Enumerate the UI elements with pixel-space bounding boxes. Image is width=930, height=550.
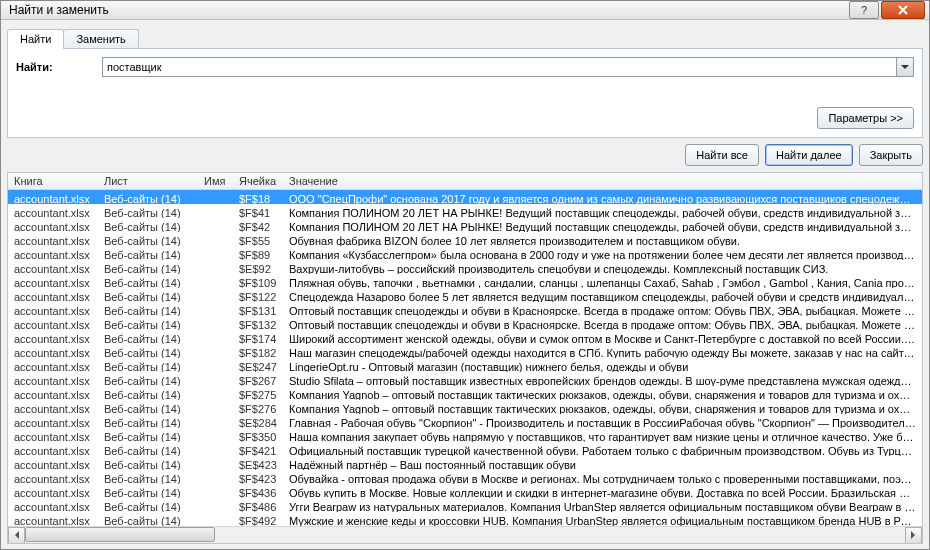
table-row[interactable]: accountant.xlsxВеб-сайты (14)$E$92Вахруш…: [8, 260, 922, 274]
cell-name: [198, 344, 233, 358]
cell-book: accountant.xlsx: [8, 330, 98, 344]
cell-value: Широкий ассортимент женской одежды, обув…: [283, 330, 922, 344]
cell-name: [198, 484, 233, 498]
cell-book: accountant.xlsx: [8, 442, 98, 456]
table-row[interactable]: accountant.xlsxВеб-сайты (14)$F$131Оптов…: [8, 302, 922, 316]
table-row[interactable]: accountant.xlsxВеб-сайты (14)$F$350Наша …: [8, 428, 922, 442]
table-row[interactable]: accountant.xlsxВеб-сайты (14)$E$247Linge…: [8, 358, 922, 372]
cell-sheet: Веб-сайты (14): [98, 316, 198, 330]
cell-book: accountant.xlsx: [8, 414, 98, 428]
table-row[interactable]: accountant.xlsxВеб-сайты (14)$F$174Широк…: [8, 330, 922, 344]
cell-value: Главная - Рабочая обувь "Скорпион" - Про…: [283, 414, 922, 428]
cell-book: accountant.xlsx: [8, 358, 98, 372]
cell-value: Компания ПОЛИНОМ 20 ЛЕТ НА РЫНКЕ! Ведущи…: [283, 204, 922, 218]
cell-value: Компания ПОЛИНОМ 20 ЛЕТ НА РЫНКЕ! Ведущи…: [283, 218, 922, 232]
help-button[interactable]: [849, 1, 879, 19]
find-label: Найти:: [16, 61, 96, 73]
col-cell[interactable]: Ячейка: [233, 173, 283, 189]
table-row[interactable]: accountant.xlsxВеб-сайты (14)$E$284Главн…: [8, 414, 922, 428]
cell-name: [198, 512, 233, 526]
cell-ref: $F$41: [233, 204, 283, 218]
cell-sheet: Веб-сайты (14): [98, 400, 198, 414]
find-input[interactable]: [102, 57, 914, 77]
table-row[interactable]: accountant.xlsxВеб-сайты (14)$F$486Угги …: [8, 498, 922, 512]
table-row[interactable]: accountant.xlsxВеб-сайты (14)$F$42Компан…: [8, 218, 922, 232]
cell-book: accountant.xlsx: [8, 386, 98, 400]
cell-ref: $F$42: [233, 218, 283, 232]
find-next-button[interactable]: Найти далее: [765, 144, 853, 166]
dropdown-arrow[interactable]: [896, 58, 913, 76]
table-row[interactable]: accountant.xlsxВеб-сайты (14)$E$423Надёж…: [8, 456, 922, 470]
cell-name: [198, 316, 233, 330]
cell-ref: $F$436: [233, 484, 283, 498]
cell-book: accountant.xlsx: [8, 288, 98, 302]
window-title: Найти и заменить: [5, 3, 849, 17]
cell-name: [198, 204, 233, 218]
cell-value: Studio Sfilata – оптовый поставщик извес…: [283, 372, 922, 386]
cell-value: Обувная фабрика BIZON более 10 лет являе…: [283, 232, 922, 246]
cell-sheet: Веб-сайты (14): [98, 218, 198, 232]
params-button[interactable]: Параметры >>: [817, 107, 914, 129]
cell-sheet: Веб-сайты (14): [98, 358, 198, 372]
cell-value: Вахруши-литобувь – российский производит…: [283, 260, 922, 274]
titlebar: Найти и заменить: [1, 1, 929, 20]
cell-sheet: Веб-сайты (14): [98, 204, 198, 218]
table-row[interactable]: accountant.xlsxВеб-сайты (14)$F$109Пляжн…: [8, 274, 922, 288]
cell-value: Оптовый поставщик спецодежды и обуви в К…: [283, 302, 922, 316]
col-sheet[interactable]: Лист: [98, 173, 198, 189]
scroll-track[interactable]: [25, 527, 905, 544]
cell-sheet: Веб-сайты (14): [98, 246, 198, 260]
cell-book: accountant.xlsx: [8, 246, 98, 260]
tab-replace[interactable]: Заменить: [63, 29, 138, 48]
table-row[interactable]: accountant.xlsxВеб-сайты (14)$F$275Компа…: [8, 386, 922, 400]
table-row[interactable]: accountant.xlsxВеб-сайты (14)$F$267Studi…: [8, 372, 922, 386]
find-all-button[interactable]: Найти все: [685, 144, 759, 166]
table-row[interactable]: accountant.xlsxВеб-сайты (14)$F$182Наш м…: [8, 344, 922, 358]
cell-ref: $F$350: [233, 428, 283, 442]
results-body[interactable]: accountant.xlsxВеб-сайты (14)$F$18ООО "С…: [8, 190, 922, 526]
cell-value: Угги Bearpaw из натуральных материалов. …: [283, 498, 922, 512]
close-window-button[interactable]: [881, 1, 925, 19]
cell-name: [198, 274, 233, 288]
table-row[interactable]: accountant.xlsxВеб-сайты (14)$F$492Мужск…: [8, 512, 922, 526]
cell-book: accountant.xlsx: [8, 456, 98, 470]
cell-ref: $F$174: [233, 330, 283, 344]
horizontal-scrollbar[interactable]: [8, 526, 922, 543]
scroll-right-button[interactable]: [905, 527, 922, 544]
cell-book: accountant.xlsx: [8, 484, 98, 498]
col-name[interactable]: Имя: [198, 173, 233, 189]
cell-book: accountant.xlsx: [8, 274, 98, 288]
col-book[interactable]: Книга: [8, 173, 98, 189]
cell-sheet: Веб-сайты (14): [98, 330, 198, 344]
table-row[interactable]: accountant.xlsxВеб-сайты (14)$F$423Обува…: [8, 470, 922, 484]
action-buttons: Найти все Найти далее Закрыть: [7, 138, 923, 172]
table-row[interactable]: accountant.xlsxВеб-сайты (14)$F$89Компан…: [8, 246, 922, 260]
cell-name: [198, 302, 233, 316]
cell-sheet: Веб-сайты (14): [98, 456, 198, 470]
tab-find[interactable]: Найти: [7, 29, 64, 49]
cell-book: accountant.xlsx: [8, 302, 98, 316]
table-row[interactable]: accountant.xlsxВеб-сайты (14)$F$41Компан…: [8, 204, 922, 218]
col-value[interactable]: Значение: [283, 173, 922, 189]
cell-ref: $E$247: [233, 358, 283, 372]
cell-value: Пляжная обувь, тапочки , вьетнамки , сан…: [283, 274, 922, 288]
scroll-left-button[interactable]: [8, 527, 25, 544]
table-row[interactable]: accountant.xlsxВеб-сайты (14)$F$436Обувь…: [8, 484, 922, 498]
table-row[interactable]: accountant.xlsxВеб-сайты (14)$F$18ООО "С…: [8, 190, 922, 204]
table-row[interactable]: accountant.xlsxВеб-сайты (14)$F$276Компа…: [8, 400, 922, 414]
cell-ref: $F$131: [233, 302, 283, 316]
cell-ref: $E$284: [233, 414, 283, 428]
cell-sheet: Веб-сайты (14): [98, 484, 198, 498]
table-row[interactable]: accountant.xlsxВеб-сайты (14)$F$132Оптов…: [8, 316, 922, 330]
cell-value: Мужские и женские кеды и кроссовки HUB. …: [283, 512, 922, 526]
cell-book: accountant.xlsx: [8, 372, 98, 386]
cell-sheet: Веб-сайты (14): [98, 372, 198, 386]
close-button[interactable]: Закрыть: [859, 144, 923, 166]
scroll-thumb[interactable]: [25, 527, 215, 542]
cell-book: accountant.xlsx: [8, 344, 98, 358]
cell-ref: $F$109: [233, 274, 283, 288]
table-row[interactable]: accountant.xlsxВеб-сайты (14)$F$421Офици…: [8, 442, 922, 456]
table-row[interactable]: accountant.xlsxВеб-сайты (14)$F$55Обувна…: [8, 232, 922, 246]
cell-sheet: Веб-сайты (14): [98, 232, 198, 246]
table-row[interactable]: accountant.xlsxВеб-сайты (14)$F$122Спецо…: [8, 288, 922, 302]
